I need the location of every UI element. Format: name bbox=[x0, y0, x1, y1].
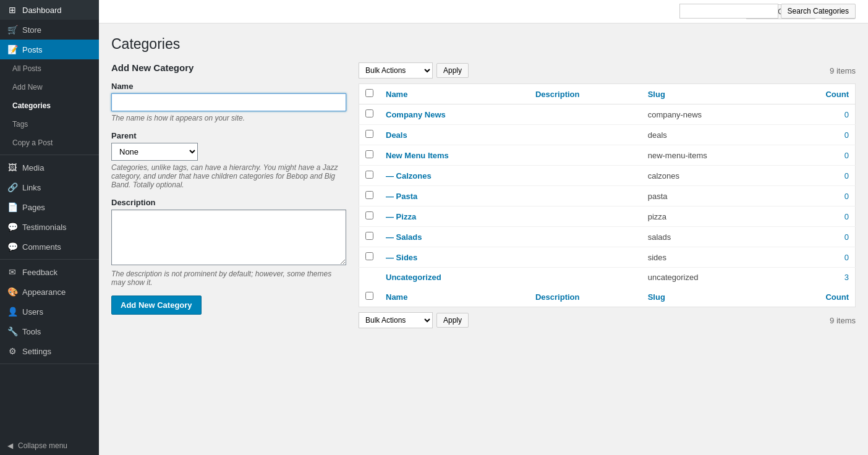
select-all-checkbox[interactable] bbox=[365, 89, 373, 97]
sidebar-item-users[interactable]: 👤 Users bbox=[0, 302, 99, 321]
row-slug: sides bbox=[642, 247, 785, 268]
row-checkbox[interactable] bbox=[365, 171, 373, 179]
collapse-menu[interactable]: ◀ Collapse menu bbox=[0, 436, 99, 455]
table-row: — Pastapasta0 bbox=[359, 186, 856, 206]
sidebar-item-copy-a-post[interactable]: Copy a Post bbox=[0, 134, 99, 152]
col-footer-name: Name bbox=[380, 287, 529, 307]
table-bottom-controls: Bulk Actions Apply 9 items bbox=[359, 312, 856, 328]
parent-hint: Categories, unlike tags, can have a hier… bbox=[111, 163, 346, 189]
sidebar-item-add-new[interactable]: Add New bbox=[0, 78, 99, 96]
category-name-link[interactable]: Uncategorized bbox=[386, 273, 441, 282]
row-count: 0 bbox=[784, 206, 855, 227]
row-description bbox=[529, 206, 642, 227]
row-description bbox=[529, 268, 642, 287]
sidebar-item-media[interactable]: 🖼 Media bbox=[0, 158, 99, 177]
col-footer-slug: Slug bbox=[642, 287, 785, 307]
row-description bbox=[529, 227, 642, 247]
category-name-link[interactable]: — Calzones bbox=[386, 171, 432, 181]
sidebar-item-store[interactable]: 🛒 Store bbox=[0, 20, 99, 40]
row-slug: new-menu-items bbox=[642, 145, 785, 166]
row-checkbox-cell bbox=[359, 186, 380, 206]
add-category-form: Add New Category Name The name is how it… bbox=[111, 62, 346, 315]
sidebar-item-dashboard[interactable]: ⊞ Dashboard bbox=[0, 0, 99, 20]
feedback-icon: ✉ bbox=[7, 267, 17, 277]
description-label: Description bbox=[111, 198, 346, 207]
row-checkbox[interactable] bbox=[365, 130, 373, 138]
sidebar-item-testimonials[interactable]: 💬 Testimonials bbox=[0, 217, 99, 237]
sidebar-item-feedback[interactable]: ✉ Feedback bbox=[0, 262, 99, 282]
category-name-link[interactable]: — Salads bbox=[386, 232, 422, 242]
row-checkbox[interactable] bbox=[365, 150, 373, 158]
row-checkbox[interactable] bbox=[365, 191, 373, 199]
select-all-checkbox-bottom[interactable] bbox=[365, 292, 373, 300]
parent-group: Parent None Categories, unlike tags, can… bbox=[111, 131, 346, 189]
sidebar-item-tools[interactable]: 🔧 Tools bbox=[0, 321, 99, 341]
sidebar-item-links[interactable]: 🔗 Links bbox=[0, 177, 99, 197]
row-count[interactable]: 3 bbox=[784, 268, 855, 287]
row-checkbox[interactable] bbox=[365, 232, 373, 240]
row-name: — Pasta bbox=[380, 186, 529, 206]
bulk-actions-top: Bulk Actions Apply bbox=[359, 62, 469, 79]
row-checkbox-cell bbox=[359, 104, 380, 125]
apply-button-top[interactable]: Apply bbox=[436, 63, 469, 78]
sidebar-item-tags[interactable]: Tags bbox=[0, 115, 99, 134]
items-count-top: 9 items bbox=[830, 66, 856, 75]
row-description bbox=[529, 247, 642, 268]
parent-select[interactable]: None bbox=[111, 143, 198, 161]
category-name-link[interactable]: Deals bbox=[386, 130, 407, 140]
col-header-count: Count bbox=[784, 84, 855, 104]
row-description bbox=[529, 104, 642, 125]
parent-label: Parent bbox=[111, 131, 346, 140]
row-count: 0 bbox=[784, 166, 855, 186]
col-header-check bbox=[359, 84, 380, 104]
row-checkbox[interactable] bbox=[365, 252, 373, 260]
table-top-controls: Bulk Actions Apply 9 items bbox=[359, 62, 856, 79]
category-name-link[interactable]: New Menu Items bbox=[386, 151, 449, 160]
sidebar-item-settings[interactable]: ⚙ Settings bbox=[0, 341, 99, 361]
page-title: Categories bbox=[111, 36, 856, 53]
row-description bbox=[529, 186, 642, 206]
row-name: — Salads bbox=[380, 227, 529, 247]
store-icon: 🛒 bbox=[7, 25, 17, 35]
sidebar-item-pages[interactable]: 📄 Pages bbox=[0, 197, 99, 217]
name-hint: The name is how it appears on your site. bbox=[111, 114, 346, 122]
tools-icon: 🔧 bbox=[7, 326, 17, 336]
description-hint: The description is not prominent by defa… bbox=[111, 270, 346, 287]
row-slug: pasta bbox=[642, 186, 785, 206]
table-row: — Pizzapizza0 bbox=[359, 206, 856, 227]
bulk-actions-select-bottom[interactable]: Bulk Actions bbox=[359, 312, 433, 328]
row-checkbox-cell bbox=[359, 166, 380, 186]
links-icon: 🔗 bbox=[7, 182, 17, 192]
row-checkbox[interactable] bbox=[365, 211, 373, 219]
name-input[interactable] bbox=[111, 93, 346, 111]
sidebar-item-categories[interactable]: Categories bbox=[0, 96, 99, 115]
sidebar-item-all-posts[interactable]: All Posts bbox=[0, 59, 99, 78]
apply-button-bottom[interactable]: Apply bbox=[436, 313, 469, 328]
row-slug: company-news bbox=[642, 104, 785, 125]
category-name-link[interactable]: — Pasta bbox=[386, 192, 417, 201]
row-checkbox[interactable] bbox=[365, 109, 373, 117]
settings-icon: ⚙ bbox=[7, 346, 17, 356]
description-textarea[interactable] bbox=[111, 210, 346, 265]
description-group: Description The description is not promi… bbox=[111, 198, 346, 287]
posts-icon: 📝 bbox=[7, 45, 17, 54]
bulk-actions-select-top[interactable]: Bulk Actions bbox=[359, 62, 433, 79]
category-name-link[interactable]: — Sides bbox=[386, 253, 417, 262]
col-footer-check bbox=[359, 287, 380, 307]
sidebar-item-posts[interactable]: 📝 Posts bbox=[0, 40, 99, 59]
sidebar-divider-2 bbox=[0, 259, 99, 260]
table-row: — Calzonescalzones0 bbox=[359, 166, 856, 186]
sidebar-item-appearance[interactable]: 🎨 Appearance bbox=[0, 282, 99, 302]
row-description bbox=[529, 166, 642, 186]
sidebar-item-comments[interactable]: 💬 Comments bbox=[0, 237, 99, 257]
pages-icon: 📄 bbox=[7, 202, 17, 212]
category-name-link[interactable]: Company News bbox=[386, 110, 446, 119]
name-group: Name The name is how it appears on your … bbox=[111, 82, 346, 122]
row-name: — Pizza bbox=[380, 206, 529, 227]
row-count: 0 bbox=[784, 247, 855, 268]
row-count: 0 bbox=[784, 104, 855, 125]
items-count-bottom: 9 items bbox=[830, 316, 856, 325]
add-category-button[interactable]: Add New Category bbox=[111, 296, 202, 315]
category-name-link[interactable]: — Pizza bbox=[386, 212, 416, 221]
dashboard-icon: ⊞ bbox=[7, 5, 17, 15]
